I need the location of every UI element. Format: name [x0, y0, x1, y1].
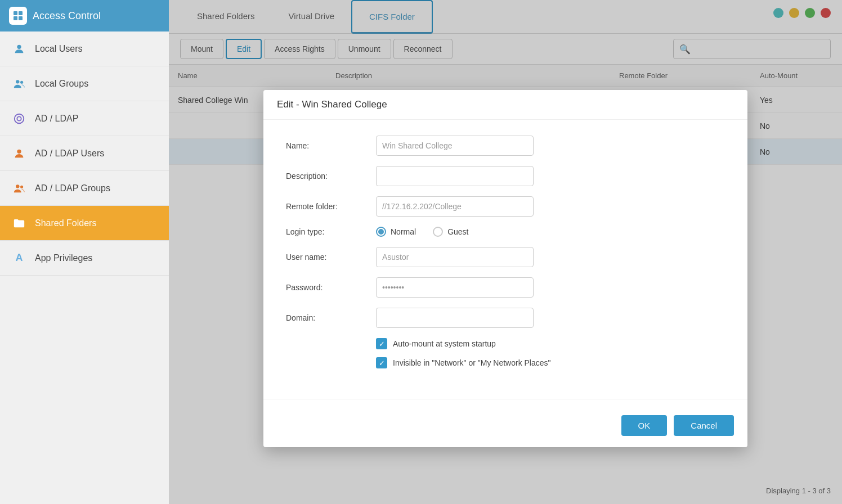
username-label: User name:	[286, 253, 376, 262]
sidebar-item-label-local-groups: Local Groups	[35, 79, 88, 89]
svg-point-4	[17, 44, 21, 48]
svg-rect-3	[19, 16, 23, 20]
remote-folder-label: Remote folder:	[286, 202, 376, 211]
app-privileges-icon: A	[11, 250, 27, 266]
form-row-description: Description:	[286, 166, 725, 186]
name-input[interactable]	[376, 136, 534, 156]
form-row-remote-folder: Remote folder:	[286, 196, 725, 217]
local-users-icon	[11, 41, 27, 57]
sidebar-item-label-ad-ldap: AD / LDAP	[35, 114, 78, 124]
name-label: Name:	[286, 141, 376, 150]
radio-normal-label: Normal	[391, 227, 416, 236]
password-label: Password:	[286, 283, 376, 292]
radio-guest[interactable]: Guest	[433, 227, 468, 237]
cancel-button[interactable]: Cancel	[674, 415, 734, 436]
modal-divider	[263, 399, 747, 399]
svg-rect-2	[14, 16, 17, 20]
form-row-login-type: Login type: Normal Guest	[286, 227, 725, 237]
sidebar-item-label-local-users: Local Users	[35, 44, 82, 54]
main-content: Shared Folders Virtual Drive CIFS Folder…	[169, 0, 842, 504]
edit-modal: Edit - Win Shared College Name: Descript…	[263, 90, 747, 447]
domain-input[interactable]	[376, 308, 534, 328]
checkbox-row-auto-mount: ✓ Auto-mount at system startup	[376, 338, 725, 349]
sidebar-item-label-app-privileges: App Privileges	[35, 253, 92, 263]
ad-ldap-icon	[11, 111, 27, 127]
form-row-username: User name:	[286, 247, 725, 267]
sidebar-header: Access Control	[0, 0, 169, 32]
svg-point-5	[16, 80, 19, 83]
svg-point-11	[20, 185, 23, 188]
app-title: Access Control	[33, 10, 101, 22]
svg-point-9	[17, 149, 21, 153]
svg-point-8	[15, 114, 24, 123]
local-groups-icon	[11, 76, 27, 92]
radio-group-login-type: Normal Guest	[376, 227, 468, 237]
domain-label: Domain:	[286, 313, 376, 322]
form-row-password: Password:	[286, 277, 725, 298]
svg-point-6	[20, 80, 23, 83]
sidebar-item-ad-ldap-groups[interactable]: AD / LDAP Groups	[0, 171, 169, 206]
svg-rect-0	[14, 11, 17, 15]
app-icon	[9, 7, 27, 25]
description-input[interactable]	[376, 166, 534, 186]
auto-mount-checkbox[interactable]: ✓	[376, 338, 387, 349]
sidebar-item-label-ad-ldap-users: AD / LDAP Users	[35, 148, 104, 159]
modal-body: Name: Description: Remote folder: Login …	[263, 120, 747, 388]
login-type-label: Login type:	[286, 227, 376, 236]
invisible-label: Invisible in "Network" or "My Network Pl…	[393, 358, 551, 367]
svg-rect-1	[19, 11, 23, 15]
radio-normal[interactable]: Normal	[376, 227, 416, 237]
username-input[interactable]	[376, 247, 534, 267]
modal-footer: OK Cancel	[263, 408, 747, 447]
sidebar: Access Control Local Users Local Groups …	[0, 0, 169, 504]
svg-point-10	[16, 184, 19, 188]
description-label: Description:	[286, 172, 376, 181]
auto-mount-label: Auto-mount at system startup	[393, 339, 496, 348]
ad-ldap-groups-icon	[11, 181, 27, 196]
form-row-name: Name:	[286, 136, 725, 156]
form-row-domain: Domain:	[286, 308, 725, 328]
svg-point-7	[17, 116, 21, 120]
sidebar-item-ad-ldap-users[interactable]: AD / LDAP Users	[0, 136, 169, 171]
sidebar-item-app-privileges[interactable]: A App Privileges	[0, 241, 169, 276]
ok-button[interactable]: OK	[621, 415, 668, 436]
sidebar-item-label-ad-ldap-groups: AD / LDAP Groups	[35, 183, 110, 194]
radio-guest-label: Guest	[447, 227, 468, 236]
sidebar-item-local-users[interactable]: Local Users	[0, 32, 169, 66]
sidebar-item-ad-ldap[interactable]: AD / LDAP	[0, 101, 169, 136]
radio-normal-circle	[376, 227, 386, 237]
ad-ldap-users-icon	[11, 146, 27, 161]
radio-guest-circle	[433, 227, 443, 237]
checkbox-row-invisible: ✓ Invisible in "Network" or "My Network …	[376, 357, 725, 368]
sidebar-item-local-groups[interactable]: Local Groups	[0, 66, 169, 101]
sidebar-item-shared-folders[interactable]: Shared Folders	[0, 206, 169, 241]
modal-title: Edit - Win Shared College	[263, 90, 747, 120]
shared-folders-icon	[11, 215, 27, 231]
modal-overlay: Edit - Win Shared College Name: Descript…	[169, 0, 842, 504]
sidebar-item-label-shared-folders: Shared Folders	[35, 218, 96, 228]
remote-folder-input[interactable]	[376, 196, 534, 217]
password-input[interactable]	[376, 277, 534, 298]
invisible-checkbox[interactable]: ✓	[376, 357, 387, 368]
